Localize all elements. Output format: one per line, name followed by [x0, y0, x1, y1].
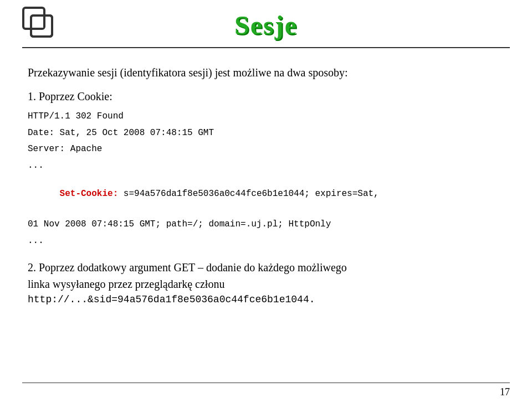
logo-area: [22, 7, 61, 42]
set-cookie-label: Set-Cookie:: [60, 189, 119, 199]
title-area: Sesje: [234, 10, 298, 40]
section1-label: 1. Poprzez Cookie:: [28, 90, 504, 103]
page-number: 17: [500, 386, 510, 398]
code-line-3: Server: Apache: [28, 142, 504, 157]
ellipsis-1: ...: [28, 159, 504, 173]
bottom-divider: [22, 383, 510, 383]
code-line-2: Date: Sat, 25 Oct 2008 07:48:15 GMT: [28, 126, 504, 141]
intro-text: Przekazywanie sesji (identyfikatora sesj…: [28, 65, 504, 80]
set-cookie-line: Set-Cookie: s=94a576da1f8e5036a0c44fce6b…: [28, 173, 504, 215]
svg-rect-2: [31, 16, 43, 28]
logo-icon: [22, 7, 61, 40]
set-cookie-line2: 01 Nov 2008 07:48:15 GMT; path=/; domain…: [28, 218, 504, 232]
section2-url: http://...&sid=94a576da1f8e5036a0c44fce6…: [28, 292, 504, 307]
header: Sesje: [0, 0, 532, 40]
section2-block: 2. Poprzez dodatkowy argument GET – doda…: [28, 259, 504, 307]
section2-line1: 2. Poprzez dodatkowy argument GET – doda…: [28, 259, 504, 276]
main-content: Przekazywanie sesji (identyfikatora sesj…: [0, 48, 532, 318]
section2-line2: linka wysyłanego przez przeglądarkę czło…: [28, 276, 504, 292]
set-cookie-value: s=94a576da1f8e5036a0c44fce6b1e1044; expi…: [118, 189, 378, 199]
page-title: Sesje: [234, 10, 298, 40]
slide-container: Sesje Przekazywanie sesji (identyfikator…: [0, 0, 532, 408]
ellipsis-2: ...: [28, 234, 504, 249]
code-line-1: HTTP/1.1 302 Found: [28, 110, 504, 124]
